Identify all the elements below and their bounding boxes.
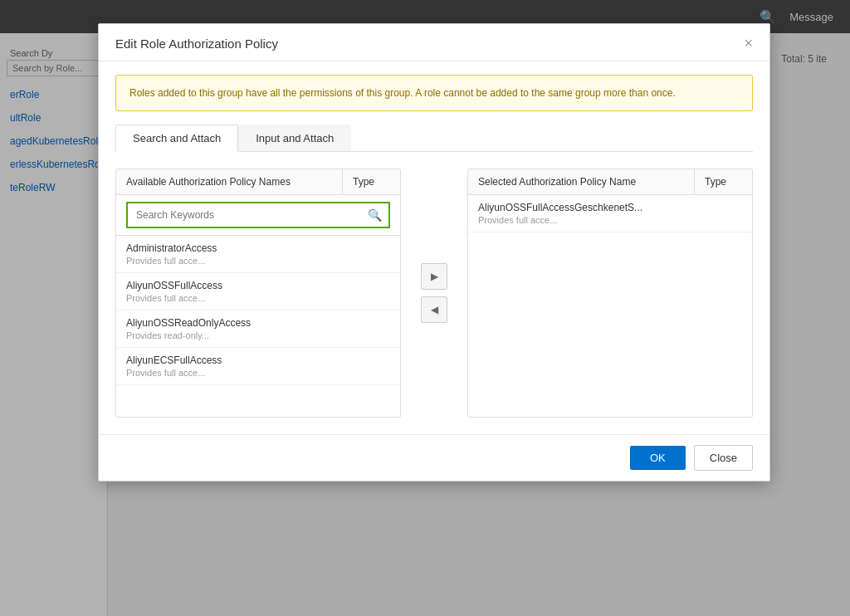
modal-header: Edit Role Authorization Policy × (99, 24, 769, 61)
available-policy-list: AdministratorAccess Provides full acce..… (116, 236, 400, 417)
list-item[interactable]: AliyunECSFullAccess Provides full acce..… (116, 348, 400, 385)
selected-item-name: AliyunOSSFullAccessGeschkenetS... (478, 202, 742, 213)
available-col-name-header: Available Authorization Policy Names (116, 169, 342, 194)
add-policy-button[interactable]: ▶ (421, 263, 447, 290)
available-policy-panel: Available Authorization Policy Names Typ… (115, 169, 401, 418)
modal-close-button[interactable]: × (744, 36, 753, 51)
item-name: AliyunOSSFullAccess (126, 280, 390, 291)
warning-banner: Roles added to this group have all the p… (115, 75, 753, 111)
panel-search-icon[interactable]: 🔍 (361, 205, 388, 225)
item-desc: Provides full acce... (126, 293, 390, 303)
modal-tabs: Search and Attach Input and Attach (115, 125, 753, 152)
transfer-buttons: ▶ ◀ (414, 169, 454, 418)
item-name: AliyunECSFullAccess (126, 354, 390, 366)
search-wrapper: 🔍 (126, 202, 390, 228)
selected-col-name-header: Selected Authorization Policy Name (468, 169, 694, 194)
modal-body: Available Authorization Policy Names Typ… (99, 152, 769, 434)
tab-input-and-attach[interactable]: Input and Attach (238, 125, 351, 152)
item-name: AliyunOSSReadOnlyAccess (126, 317, 390, 329)
remove-policy-button[interactable]: ◀ (421, 296, 447, 323)
selected-col-type-header: Type (694, 169, 752, 194)
list-item[interactable]: AliyunOSSReadOnlyAccess Provides read-on… (116, 310, 400, 348)
selected-policy-panel: Selected Authorization Policy Name Type … (467, 169, 753, 418)
ok-button[interactable]: OK (630, 446, 686, 470)
modal-title: Edit Role Authorization Policy (115, 37, 278, 51)
item-desc: Provides read-only... (126, 330, 390, 340)
item-desc: Provides full acce... (126, 368, 390, 378)
list-item[interactable]: AdministratorAccess Provides full acce..… (116, 236, 400, 273)
available-panel-header: Available Authorization Policy Names Typ… (116, 169, 400, 195)
selected-policy-list: AliyunOSSFullAccessGeschkenetS... Provid… (468, 195, 752, 417)
warning-text: Roles added to this group have all the p… (129, 87, 676, 99)
selected-panel-header: Selected Authorization Policy Name Type (468, 169, 752, 195)
selected-list-item[interactable]: AliyunOSSFullAccessGeschkenetS... Provid… (468, 195, 752, 232)
list-item[interactable]: AliyunOSSFullAccess Provides full acce..… (116, 273, 400, 310)
modal-footer: OK Close (99, 434, 769, 481)
modal-dialog: Edit Role Authorization Policy × Roles a… (98, 23, 770, 482)
available-col-type-header: Type (342, 169, 400, 194)
item-desc: Provides full acce... (126, 256, 390, 266)
close-button[interactable]: Close (694, 445, 753, 471)
tab-search-and-attach[interactable]: Search and Attach (115, 125, 238, 152)
search-row: 🔍 (116, 195, 400, 236)
item-name: AdministratorAccess (126, 242, 390, 254)
selected-item-desc: Provides full acce... (478, 215, 742, 225)
policy-search-input[interactable] (128, 203, 361, 227)
